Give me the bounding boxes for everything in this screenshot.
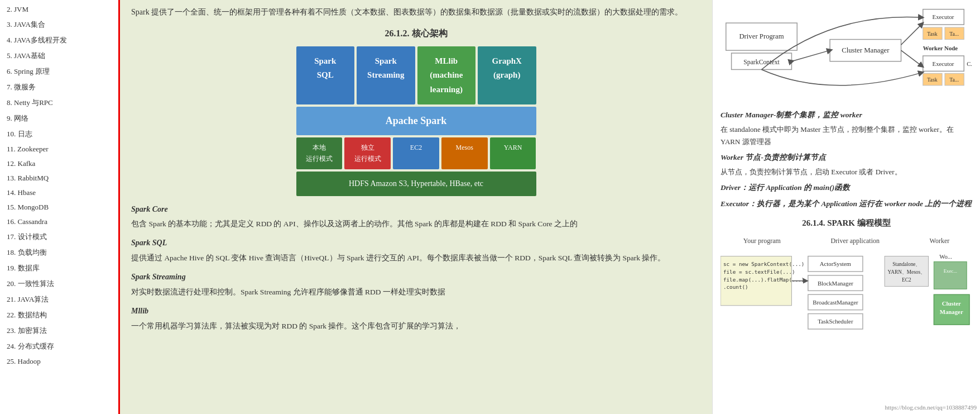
sidebar: 2. JVM 3. JAVA集合 4. JAVA多线程开发 5. JAVA基础 … bbox=[0, 0, 120, 414]
prog-model-svg: sc = new SparkContext(...) file = sc.tex… bbox=[720, 250, 972, 350]
svg-text:Cluster: Cluster bbox=[942, 300, 961, 307]
svg-text:Wo...: Wo... bbox=[939, 253, 952, 260]
sidebar-item-rabbitmq[interactable]: 13. RabbitMQ bbox=[0, 171, 118, 185]
mode-ec2: EC2 bbox=[393, 137, 439, 169]
spark-sql-box: SparkSQL bbox=[296, 46, 355, 105]
svg-text:BroadcastManager: BroadcastManager bbox=[813, 299, 858, 306]
svg-text:BlockManager: BlockManager bbox=[818, 279, 853, 286]
svg-text:C...: C... bbox=[967, 60, 972, 67]
svg-text:ActorSystem: ActorSystem bbox=[820, 260, 852, 267]
sidebar-item-consistency[interactable]: 20. 一致性算法 bbox=[0, 276, 118, 292]
svg-text:Cluster Manager: Cluster Manager bbox=[842, 46, 890, 54]
sidebar-item-mongodb[interactable]: 15. MongoDB bbox=[0, 200, 118, 215]
mode-standalone: 独立运行模式 bbox=[344, 137, 391, 169]
svg-text:Task: Task bbox=[927, 77, 937, 83]
spark-sql-text: 提供通过 Apache Hive 的 SQL 变体 Hive 查询语言（Hive… bbox=[131, 252, 701, 265]
cluster-diagram-svg: Driver Program SparkContext Cluster Mana… bbox=[720, 6, 972, 103]
main-content: Spark 提供了一个全面、统一的框架用于管理各种有着不同性质（文本数据、图表数… bbox=[120, 0, 712, 414]
driver-title: Driver：运行 Application 的 main()函数 bbox=[720, 182, 972, 194]
worker-desc: 从节点，负责控制计算节点，启动 Executor 或者 Driver。 bbox=[720, 166, 972, 178]
graphx-box: GraphX(graph) bbox=[478, 46, 536, 105]
prog-model-headers: Your program Driver application Worker bbox=[720, 235, 972, 246]
sidebar-item-jvm[interactable]: 2. JVM bbox=[0, 2, 118, 17]
section-title-core-arch: 26.1.2. 核心架构 bbox=[131, 26, 701, 41]
svg-text:Worker Node: Worker Node bbox=[923, 45, 958, 51]
sidebar-item-design-patterns[interactable]: 17. 设计模式 bbox=[0, 229, 118, 245]
svg-rect-45 bbox=[934, 261, 967, 289]
svg-text:Manager: Manager bbox=[940, 308, 963, 315]
svg-text:TaskScheduler: TaskScheduler bbox=[818, 318, 853, 325]
prog-header-driver-app: Driver application bbox=[830, 235, 880, 246]
executor-title: Executor：执行器，是为某个 Application 运行在 worker… bbox=[720, 198, 972, 211]
svg-text:Standalone、: Standalone、 bbox=[892, 261, 920, 267]
spark-streaming-section: Spark Streaming 对实时数据流进行处理和控制。Spark Stre… bbox=[131, 270, 701, 299]
svg-line-22 bbox=[901, 50, 923, 66]
svg-line-6 bbox=[791, 50, 830, 61]
sidebar-item-log[interactable]: 10. 日志 bbox=[0, 126, 118, 142]
apache-spark-core-bar: Apache Spark bbox=[296, 107, 536, 135]
svg-text:file.map(...).flatMap(...): file.map(...).flatMap(...) bbox=[723, 277, 805, 283]
prog-header-worker: Worker bbox=[930, 235, 950, 246]
sidebar-item-zookeeper[interactable]: 11. Zookeeper bbox=[0, 142, 118, 156]
mode-yarn: YARN bbox=[490, 137, 536, 169]
prog-model-diagram: sc = new SparkContext(...) file = sc.tex… bbox=[720, 250, 972, 350]
spark-core-title: Spark Core bbox=[131, 203, 701, 216]
mllib-text: 一个常用机器学习算法库，算法被实现为对 RDD 的 Spark 操作。这个库包含… bbox=[131, 320, 701, 333]
spark-prog-model-title: 26.1.4. SPARK 编程模型 bbox=[720, 216, 972, 231]
mllib-box: MLlib(machinelearning) bbox=[417, 46, 476, 105]
worker-title: Worker 节点-负责控制计算节点 bbox=[720, 151, 972, 164]
svg-text:.count(): .count() bbox=[723, 284, 748, 290]
cluster-manager-desc: 在 standalone 模式中即为 Master 主节点，控制整个集群，监控 … bbox=[720, 123, 972, 148]
spark-streaming-text: 对实时数据流进行处理和控制。Spark Streaming 允许程序能够像普通 … bbox=[131, 286, 701, 299]
spark-storage-row: HDFS Amazon S3, Hypertable, HBase, etc bbox=[296, 172, 536, 196]
mode-local: 本地运行模式 bbox=[296, 137, 343, 169]
mode-mesos: Mesos bbox=[441, 137, 488, 169]
spark-top-row: SparkSQL SparkStreaming MLlib(machinelea… bbox=[296, 46, 536, 105]
spark-modes-row: 本地运行模式 独立运行模式 EC2 Mesos YARN bbox=[296, 137, 536, 169]
mllib-title: Mllib bbox=[131, 304, 701, 318]
sidebar-item-spring[interactable]: 6. Spring 原理 bbox=[0, 64, 118, 79]
spark-architecture-diagram: SparkSQL SparkStreaming MLlib(machinelea… bbox=[296, 46, 536, 196]
spark-core-section: Spark Core 包含 Spark 的基本功能；尤其是定义 RDD 的 AP… bbox=[131, 203, 701, 231]
sidebar-item-microservice[interactable]: 7. 微服务 bbox=[0, 79, 118, 95]
watermark: https://blog.csdn.net/qq=1038887499 bbox=[885, 402, 977, 413]
spark-sql-section: Spark SQL 提供通过 Apache Hive 的 SQL 变体 Hive… bbox=[131, 236, 701, 265]
svg-text:YARN、Mesos、: YARN、Mesos、 bbox=[888, 269, 926, 275]
spark-streaming-box: SparkStreaming bbox=[357, 46, 415, 105]
spark-streaming-title: Spark Streaming bbox=[131, 270, 701, 284]
svg-text:Exec...: Exec... bbox=[944, 268, 957, 274]
mllib-section: Mllib 一个常用机器学习算法库，算法被实现为对 RDD 的 Spark 操作… bbox=[131, 304, 701, 333]
spark-core-text: 包含 Spark 的基本功能；尤其是定义 RDD 的 API、操作以及这两者上的… bbox=[131, 218, 701, 231]
prog-header-your-program: Your program bbox=[743, 235, 781, 246]
sidebar-item-distributed-cache[interactable]: 24. 分布式缓存 bbox=[0, 339, 118, 354]
spark-sql-title: Spark SQL bbox=[131, 236, 701, 250]
svg-text:Ta...: Ta... bbox=[949, 77, 959, 83]
svg-text:file = sc.textFile(...): file = sc.textFile(...) bbox=[723, 269, 795, 275]
cluster-manager-title: Cluster Manager-制整个集群，监控 worker bbox=[720, 109, 972, 122]
svg-text:EC2: EC2 bbox=[902, 277, 911, 283]
sidebar-item-java-basic[interactable]: 5. JAVA基础 bbox=[0, 48, 118, 64]
sidebar-item-java-algo[interactable]: 21. JAVA算法 bbox=[0, 292, 118, 307]
right-panel: Driver Program SparkContext Cluster Mana… bbox=[712, 0, 980, 414]
intro-text: Spark 提供了一个全面、统一的框架用于管理各种有着不同性质（文本数据、图表数… bbox=[131, 6, 701, 19]
sidebar-item-hadoop[interactable]: 25. Hadoop bbox=[0, 354, 118, 369]
svg-text:Ta...: Ta... bbox=[949, 31, 959, 37]
sidebar-item-data-structure[interactable]: 22. 数据结构 bbox=[0, 307, 118, 323]
sidebar-item-database[interactable]: 19. 数据库 bbox=[0, 260, 118, 276]
sidebar-item-crypto[interactable]: 23. 加密算法 bbox=[0, 323, 118, 339]
sidebar-item-hbase[interactable]: 14. Hbase bbox=[0, 185, 118, 200]
svg-text:Executor: Executor bbox=[933, 60, 954, 67]
cluster-diagram: Driver Program SparkContext Cluster Mana… bbox=[720, 6, 972, 103]
sidebar-item-network[interactable]: 9. 网络 bbox=[0, 111, 118, 126]
sidebar-item-java-thread[interactable]: 4. JAVA多线程开发 bbox=[0, 32, 118, 48]
sidebar-item-cassandra[interactable]: 16. Cassandra bbox=[0, 215, 118, 229]
sidebar-item-load-balance[interactable]: 18. 负载均衡 bbox=[0, 245, 118, 260]
svg-text:Driver Program: Driver Program bbox=[739, 32, 784, 40]
sidebar-item-netty[interactable]: 8. Netty 与RPC bbox=[0, 95, 118, 111]
svg-text:sc = new SparkContext(...): sc = new SparkContext(...) bbox=[723, 261, 805, 267]
svg-text:Task: Task bbox=[927, 31, 937, 37]
svg-text:Executor: Executor bbox=[933, 13, 954, 20]
sidebar-item-java-collections[interactable]: 3. JAVA集合 bbox=[0, 17, 118, 32]
svg-line-21 bbox=[901, 23, 923, 45]
sidebar-item-kafka[interactable]: 12. Kafka bbox=[0, 156, 118, 171]
